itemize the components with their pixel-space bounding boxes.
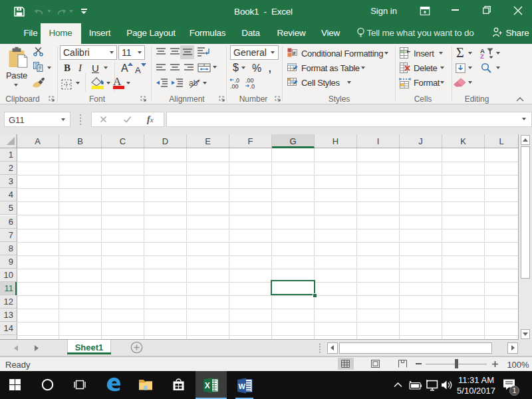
svg-text:Z: Z xyxy=(480,53,484,59)
svg-text:.0: .0 xyxy=(250,83,255,89)
svg-text:W: W xyxy=(239,382,246,390)
svg-text:X: X xyxy=(205,381,210,390)
svg-text:.00: .00 xyxy=(230,83,239,89)
svg-text:ab: ab xyxy=(189,78,198,88)
svg-text:≠: ≠ xyxy=(293,51,296,57)
